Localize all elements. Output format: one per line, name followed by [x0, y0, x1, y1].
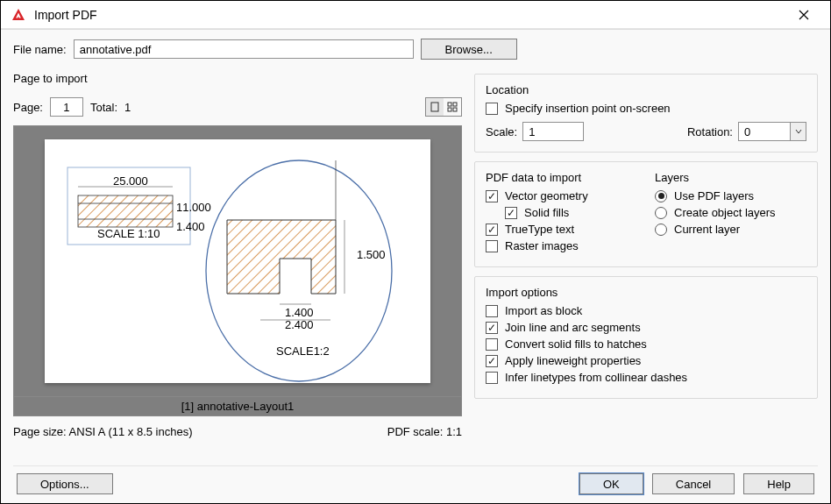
import-options-heading: Import options — [486, 286, 806, 299]
infer-linetypes-checkbox[interactable]: Infer linetypes from collinear dashes — [486, 371, 806, 384]
total-value: 1 — [124, 101, 131, 114]
svg-rect-1 — [448, 103, 451, 106]
page-input[interactable]: 1 — [50, 97, 83, 117]
convert-fills-checkbox[interactable]: Convert solid fills to hatches — [486, 337, 806, 351]
rotation-input[interactable]: 0 — [738, 122, 791, 141]
page-import-heading: Page to import — [13, 72, 462, 85]
svg-text:SCALE 1:10: SCALE 1:10 — [97, 227, 160, 240]
truetype-text-checkbox[interactable]: TrueType text — [486, 223, 637, 236]
radio-icon — [655, 207, 667, 219]
file-name-label: File name: — [13, 43, 67, 56]
cancel-button[interactable]: Cancel — [652, 473, 735, 494]
layers-heading: Layers — [655, 171, 806, 184]
close-icon — [799, 10, 809, 20]
rotation-dropdown[interactable] — [791, 122, 806, 141]
svg-rect-7 — [78, 195, 173, 227]
checkbox-icon — [505, 207, 517, 219]
checkbox-icon — [486, 338, 498, 351]
rotation-label: Rotation: — [687, 125, 733, 138]
svg-text:1.400: 1.400 — [285, 306, 314, 319]
vector-geometry-checkbox[interactable]: Vector geometry — [486, 189, 637, 202]
scale-input[interactable]: 1 — [522, 122, 584, 141]
checkbox-icon — [486, 240, 498, 252]
checkbox-icon — [486, 224, 498, 236]
svg-rect-2 — [453, 103, 457, 106]
svg-rect-0 — [431, 103, 438, 111]
single-page-icon[interactable] — [426, 98, 444, 116]
svg-rect-4 — [453, 108, 457, 111]
checkbox-icon — [486, 355, 498, 367]
svg-text:1.500: 1.500 — [357, 248, 386, 261]
raster-images-checkbox[interactable]: Raster images — [486, 239, 637, 252]
checkbox-icon — [486, 322, 498, 334]
svg-text:11.000: 11.000 — [176, 201, 211, 214]
svg-text:25.000: 25.000 — [113, 174, 148, 188]
svg-text:1.400: 1.400 — [176, 220, 205, 233]
total-label: Total: — [90, 101, 117, 114]
join-segments-checkbox[interactable]: Join line and arc segments — [486, 321, 806, 334]
checkbox-icon — [486, 190, 498, 202]
ok-button[interactable]: OK — [579, 473, 643, 494]
page-size: Page size: ANSI A (11 x 8.5 inches) — [13, 425, 193, 438]
solid-fills-checkbox[interactable]: Solid fills — [505, 206, 637, 219]
checkbox-icon — [486, 103, 498, 115]
checkbox-icon — [486, 305, 498, 317]
preview-caption: [1] annotative-Layout1 — [13, 397, 462, 416]
specify-insertion-checkbox[interactable]: Specify insertion point on-screen — [486, 102, 806, 115]
pdf-preview-drawing: 25.000 11.000 SCALE 1:10 1.400 1.500 1.4… — [45, 139, 430, 383]
file-name-input[interactable]: annotative.pdf — [74, 39, 414, 59]
scale-label: Scale: — [486, 125, 517, 138]
svg-text:SCALE1:2: SCALE1:2 — [276, 344, 330, 358]
grid-page-icon[interactable] — [444, 98, 461, 116]
page-label: Page: — [13, 101, 43, 114]
chevron-down-icon — [795, 129, 802, 134]
import-as-block-checkbox[interactable]: Import as block — [486, 304, 806, 317]
location-heading: Location — [486, 83, 806, 96]
create-object-layers-radio[interactable]: Create object layers — [655, 206, 806, 219]
help-button[interactable]: Help — [743, 473, 814, 494]
current-layer-radio[interactable]: Current layer — [655, 223, 806, 236]
window-title: Import PDF — [34, 8, 786, 22]
pdf-preview: 25.000 11.000 SCALE 1:10 1.400 1.500 1.4… — [13, 125, 462, 397]
browse-button[interactable]: Browse... — [421, 39, 517, 60]
radio-icon — [655, 190, 667, 202]
import-options-group: Import options Import as block Join line… — [474, 276, 818, 399]
thumbnail-mode-toggle — [425, 97, 462, 117]
pdf-data-heading: PDF data to import — [486, 171, 637, 184]
options-button[interactable]: Options... — [17, 473, 113, 494]
lineweight-checkbox[interactable]: Apply lineweight properties — [486, 354, 806, 367]
data-layers-group: PDF data to import Vector geometry Solid… — [474, 161, 818, 267]
app-logo-icon — [10, 6, 27, 24]
use-pdf-layers-radio[interactable]: Use PDF layers — [655, 189, 806, 202]
location-group: Location Specify insertion point on-scre… — [474, 74, 818, 153]
checkbox-icon — [486, 372, 498, 384]
svg-rect-3 — [448, 108, 451, 111]
radio-icon — [655, 224, 667, 236]
pdf-scale: PDF scale: 1:1 — [387, 425, 462, 438]
close-button[interactable] — [786, 3, 821, 27]
